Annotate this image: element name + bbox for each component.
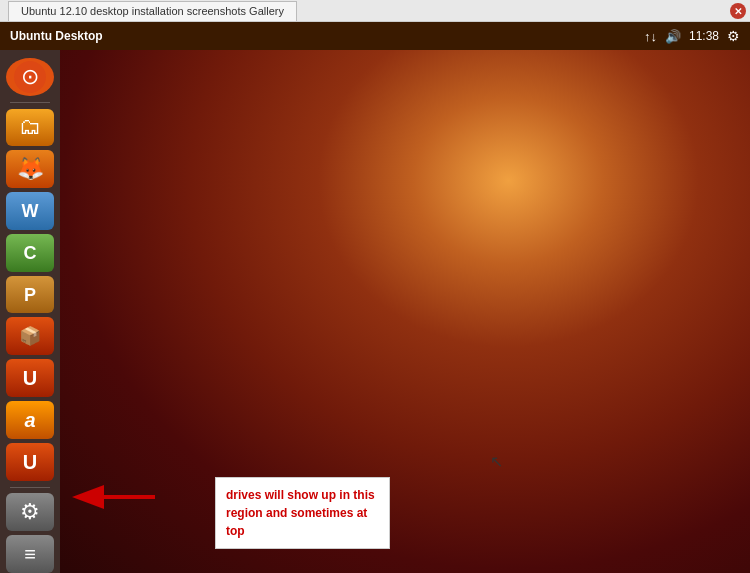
desktop-background — [60, 50, 750, 573]
network-icon: ↑↓ — [644, 29, 657, 44]
launcher-item-writer[interactable]: W — [6, 192, 54, 230]
amazon-icon: a — [24, 410, 35, 430]
panel-right: ↑↓ 🔊 11:38 ⚙ — [644, 28, 740, 44]
writer-icon: W — [22, 202, 39, 220]
browser-close-button[interactable]: ✕ — [730, 3, 746, 19]
annotation-text: drives will show up in this region and s… — [226, 488, 375, 538]
browser-chrome: Ubuntu 12.10 desktop installation screen… — [0, 0, 750, 22]
close-icon: ✕ — [734, 6, 742, 17]
ubuntu-window: Ubuntu Desktop ↑↓ 🔊 11:38 ⚙ ⊙ 🗂 🦊 W C — [0, 22, 750, 573]
launcher-item-calc[interactable]: C — [6, 234, 54, 272]
launcher-item-ubuntu-software[interactable]: U — [6, 359, 54, 397]
launcher-item-firefox[interactable]: 🦊 — [6, 150, 54, 188]
files-icon: 🗂 — [19, 116, 41, 138]
top-panel: Ubuntu Desktop ↑↓ 🔊 11:38 ⚙ — [0, 22, 750, 50]
ubuntu-software-icon: U — [23, 368, 37, 388]
panel-time: 11:38 — [689, 29, 719, 43]
annotation-arrow — [70, 477, 160, 521]
tab-area: Ubuntu 12.10 desktop installation screen… — [8, 0, 297, 21]
launcher-separator-2 — [10, 487, 50, 488]
settings-icon: ⚙ — [20, 501, 40, 523]
launcher-separator-1 — [10, 102, 50, 103]
mouse-cursor: ↖ — [490, 452, 503, 471]
launcher-sidebar: ⊙ 🗂 🦊 W C P 📦 U a U — [0, 50, 60, 573]
volume-icon: 🔊 — [665, 29, 681, 44]
firefox-icon: 🦊 — [17, 158, 44, 180]
launcher-item-nautilus[interactable]: ≡ — [6, 535, 54, 573]
browser-tab[interactable]: Ubuntu 12.10 desktop installation screen… — [8, 1, 297, 21]
ubuntuone-icon: U — [23, 452, 37, 472]
launcher-item-archive[interactable]: 📦 — [6, 317, 54, 355]
arrow-svg — [70, 477, 160, 517]
cursor-icon: ↖ — [490, 453, 503, 470]
launcher-item-ubuntuone[interactable]: U — [6, 443, 54, 481]
launcher-item-ubuntu[interactable]: ⊙ — [6, 58, 54, 96]
annotation-box: drives will show up in this region and s… — [215, 477, 390, 549]
tab-title: Ubuntu 12.10 desktop installation screen… — [21, 5, 284, 17]
nautilus-icon: ≡ — [24, 544, 36, 564]
panel-settings-icon[interactable]: ⚙ — [727, 28, 740, 44]
impress-icon: P — [24, 286, 36, 304]
launcher-item-amazon[interactable]: a — [6, 401, 54, 439]
archive-icon: 📦 — [19, 327, 41, 345]
launcher-item-impress[interactable]: P — [6, 276, 54, 314]
launcher-item-files[interactable]: 🗂 — [6, 109, 54, 147]
calc-icon: C — [24, 244, 37, 262]
launcher-item-settings[interactable]: ⚙ — [6, 493, 54, 531]
ubuntu-logo-icon: ⊙ — [14, 61, 46, 93]
panel-title: Ubuntu Desktop — [10, 29, 103, 43]
